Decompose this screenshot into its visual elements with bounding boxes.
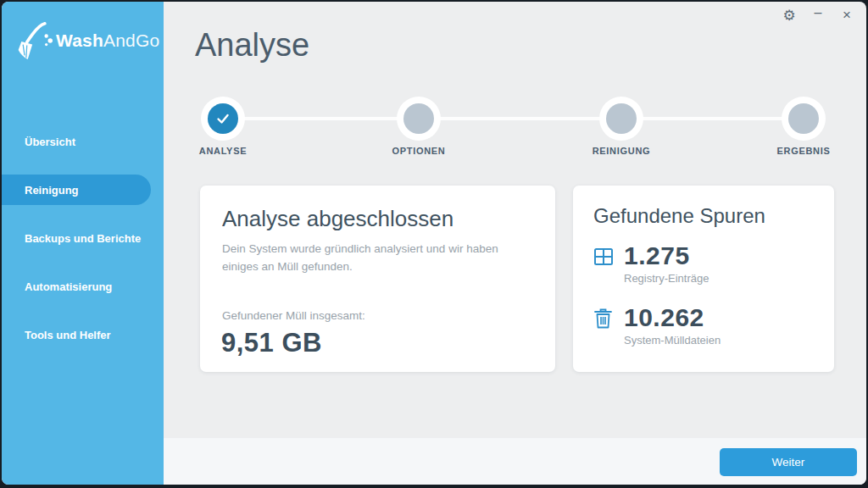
step-optionen-ring (397, 97, 441, 141)
minimize-button[interactable]: – (804, 3, 832, 28)
junkfiles-stat-row: 10.262 System-Mülldateien (593, 303, 814, 347)
main-content: Analyse ANALYSE OPTIONEN (164, 2, 866, 485)
brand-name: WashAndGo (56, 30, 159, 51)
junkfiles-stat-text: 10.262 System-Mülldateien (624, 303, 814, 347)
step-optionen: OPTIONEN (385, 97, 453, 156)
check-icon (214, 110, 231, 127)
traces-card-title: Gefundene Spuren (593, 204, 814, 228)
step-analyse: ANALYSE (189, 97, 257, 156)
step-ergebnis-circle (788, 103, 819, 134)
analysis-card-description: Dein System wurde gründlich analysiert u… (222, 241, 533, 276)
step-optionen-label: OPTIONEN (385, 146, 453, 156)
analysis-card-title: Analyse abgeschlossen (222, 206, 533, 232)
footer-bar: Weiter (164, 438, 866, 485)
total-junk-label: Gefundener Müll insgesamt: (222, 309, 365, 322)
step-reinigung-ring (599, 97, 643, 141)
registry-grid-icon (593, 247, 614, 267)
broom-icon (15, 20, 53, 61)
junkfiles-count-label: System-Mülldateien (624, 334, 814, 347)
junkfiles-stat-icon-wrap (593, 303, 624, 332)
step-reinigung-label: REINIGUNG (587, 146, 655, 156)
app-window: WashAndGo Übersicht Reinigung Backups un… (2, 2, 866, 485)
step-analyse-label: ANALYSE (189, 146, 257, 156)
sidebar-item-uebersicht[interactable]: Übersicht (2, 126, 151, 157)
step-ergebnis: ERGEBNIS (770, 97, 837, 156)
total-junk-value: 9,51 GB (221, 328, 322, 358)
found-traces-card: Gefundene Spuren 1.275 Registry-Einträge (573, 186, 834, 372)
sidebar-item-tools-und-helfer[interactable]: Tools und Helfer (2, 319, 151, 350)
sidebar-menu: Übersicht Reinigung Backups und Berichte… (2, 126, 164, 368)
next-button[interactable]: Weiter (720, 448, 857, 476)
sidebar-item-automatisierung[interactable]: Automatisierung (2, 271, 151, 302)
step-analyse-circle (208, 103, 238, 134)
analysis-result-card: Analyse abgeschlossen Dein System wurde … (200, 186, 555, 372)
sidebar-item-reinigung[interactable]: Reinigung (2, 175, 151, 205)
registry-count-label: Registry-Einträge (624, 272, 814, 285)
step-optionen-circle (403, 103, 434, 134)
sidebar-item-backups-und-berichte[interactable]: Backups und Berichte (2, 223, 151, 253)
step-reinigung-circle (606, 103, 637, 134)
junkfiles-count: 10.262 (624, 303, 814, 331)
window-controls: ⚙ – × (775, 2, 866, 29)
stepper-track (223, 117, 804, 120)
step-reinigung: REINIGUNG (587, 97, 655, 156)
step-analyse-ring (201, 97, 245, 141)
app-logo: WashAndGo (15, 20, 159, 61)
trash-icon (593, 308, 613, 329)
page-title: Analyse (195, 27, 309, 64)
settings-gear-icon[interactable]: ⚙ (775, 3, 804, 28)
close-button[interactable]: × (832, 3, 861, 28)
registry-stat-icon-wrap (593, 241, 624, 270)
step-ergebnis-ring (782, 97, 826, 141)
registry-stat-text: 1.275 Registry-Einträge (624, 241, 814, 285)
wizard-stepper: ANALYSE OPTIONEN REINIGUNG ERGEBNIS (164, 92, 866, 159)
sidebar: WashAndGo Übersicht Reinigung Backups un… (2, 2, 164, 485)
registry-stat-row: 1.275 Registry-Einträge (593, 241, 814, 285)
step-ergebnis-label: ERGEBNIS (770, 146, 837, 156)
registry-count: 1.275 (624, 241, 814, 269)
